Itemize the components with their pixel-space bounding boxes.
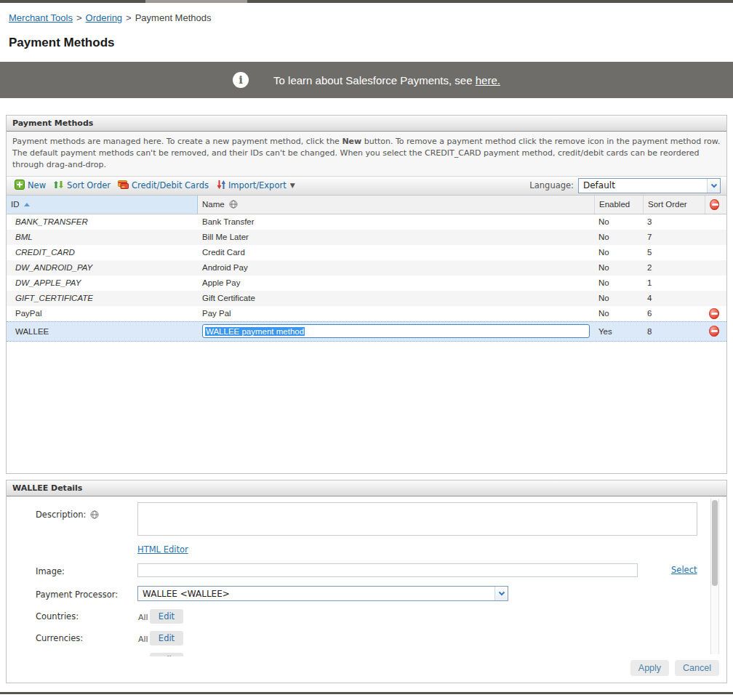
banner-text: To learn about Salesforce Payments, see …: [273, 74, 500, 87]
import-export-caret-icon: ▼: [290, 182, 295, 189]
row-id-cell: WALLEE: [7, 327, 198, 336]
row-enabled-cell: No: [594, 294, 643, 302]
row-sort-order-cell: 6: [643, 309, 705, 318]
row-id-cell: CREDIT_CARD: [7, 248, 198, 257]
row-enabled-cell: No: [594, 233, 643, 241]
breadcrumb-merchant-tools[interactable]: Merchant Tools: [9, 12, 73, 23]
import-export-icon: [216, 180, 225, 192]
row-name-cell: Apple Pay: [198, 278, 594, 287]
image-label: Image:: [36, 566, 65, 576]
row-name-cell: Pay Pal: [198, 309, 594, 318]
table-row[interactable]: BMLBill Me LaterNo7: [7, 230, 726, 245]
credit-card-icon: [118, 180, 129, 191]
remove-icon[interactable]: [709, 326, 719, 337]
breadcrumb-ordering[interactable]: Ordering: [86, 12, 123, 23]
row-id-cell: BANK_TRANSFER: [7, 217, 198, 226]
row-sort-order-cell: 8: [643, 327, 705, 336]
language-label: Language:: [529, 180, 574, 190]
column-header-sort-order-label: Sort Order: [648, 200, 687, 209]
breadcrumb-separator: >: [126, 12, 132, 23]
column-header-name-label: Name: [202, 200, 225, 209]
row-sort-order-cell: 2: [643, 263, 705, 272]
banner-here-link[interactable]: here.: [476, 74, 500, 87]
table-row[interactable]: PayPalPay PalNo6: [7, 306, 726, 321]
table-row[interactable]: CREDIT_CARDCredit CardNo5: [7, 245, 726, 260]
language-select[interactable]: Default: [578, 178, 721, 193]
row-remove-cell: [705, 326, 724, 337]
chevron-down-icon: [707, 179, 720, 193]
apply-button[interactable]: Apply: [630, 660, 669, 676]
html-editor-link[interactable]: HTML Editor: [137, 544, 188, 555]
currencies-edit-button[interactable]: Edit: [150, 631, 183, 645]
table-row[interactable]: GIFT_CERTIFICATEGift CertificateNo4: [7, 291, 726, 306]
details-scrollbar[interactable]: [710, 499, 719, 654]
row-name-cell: Gift Certificate: [198, 294, 594, 302]
credit-debit-cards-button-label: Credit/Debit Cards: [132, 180, 209, 190]
description-part: Payment methods are managed here. To cre…: [12, 137, 342, 146]
globe-icon: [90, 510, 99, 519]
breadcrumb-separator: >: [76, 12, 82, 23]
countries-edit-button[interactable]: Edit: [150, 609, 183, 624]
column-header-name[interactable]: Name: [198, 196, 594, 214]
table-row[interactable]: DW_APPLE_PAYApple PayNo1: [7, 275, 726, 291]
new-button[interactable]: New: [12, 180, 51, 192]
column-header-id[interactable]: ID: [7, 196, 198, 214]
column-header-id-label: ID: [11, 200, 20, 209]
wallee-details-form: Description: HTML Editor Image: Select P…: [7, 496, 726, 656]
remove-all-icon[interactable]: [710, 199, 719, 210]
wallee-details-panel: WALLEE Details Description: HTML Editor …: [6, 480, 727, 683]
image-input[interactable]: [137, 563, 638, 577]
customer-groups-edit-button[interactable]: Edit: [150, 653, 183, 656]
payment-methods-panel-header: Payment Methods: [7, 116, 726, 132]
cancel-button[interactable]: Cancel: [675, 660, 719, 676]
row-sort-order-cell: 4: [643, 294, 705, 302]
row-name-cell: Bill Me Later: [198, 233, 594, 241]
row-sort-order-cell: 5: [643, 248, 705, 257]
details-scrollbar-thumb[interactable]: [712, 500, 718, 586]
row-sort-order-cell: 3: [643, 217, 705, 226]
column-header-remove: [705, 196, 724, 214]
column-header-sort-order[interactable]: Sort Order: [643, 196, 705, 214]
bottom-border-bar: [0, 692, 733, 694]
table-row[interactable]: WALLEEWALLEE payment methodYes8: [7, 321, 726, 342]
row-sort-order-cell: 1: [643, 278, 705, 287]
countries-value: All: [138, 613, 148, 622]
table-row[interactable]: BANK_TRANSFERBank TransferNo3: [7, 214, 726, 230]
sort-order-button[interactable]: Sort Order: [51, 180, 116, 192]
description-label: Description:: [36, 510, 99, 520]
table-row[interactable]: DW_ANDROID_PAYAndroid PayNo2: [7, 260, 726, 275]
image-select-link[interactable]: Select: [671, 565, 697, 575]
import-export-button[interactable]: Import/Export ▼: [214, 180, 300, 192]
import-export-button-label: Import/Export: [228, 180, 287, 190]
payment-processor-value: WALLEE <WALLEE>: [138, 589, 494, 599]
new-icon: [15, 180, 25, 192]
new-button-label: New: [28, 180, 46, 190]
payment-processor-select[interactable]: WALLEE <WALLEE>: [137, 586, 508, 601]
credit-debit-cards-button[interactable]: Credit/Debit Cards: [116, 180, 214, 191]
top-scroll-thumb[interactable]: [145, 0, 247, 3]
row-id-cell: GIFT_CERTIFICATE: [7, 294, 198, 302]
panel-description: Payment methods are managed here. To cre…: [7, 132, 726, 177]
row-id-cell: BML: [7, 233, 198, 241]
payment-processor-label: Payment Processor:: [36, 590, 118, 600]
name-edit-input[interactable]: WALLEE payment method: [202, 324, 590, 338]
language-select-value: Default: [579, 180, 707, 190]
countries-label: Countries:: [36, 611, 79, 621]
row-name-cell: Android Pay: [198, 263, 594, 272]
description-textarea[interactable]: [137, 502, 697, 536]
row-enabled-cell: No: [594, 309, 643, 318]
row-enabled-cell: Yes: [594, 327, 643, 336]
row-enabled-cell: No: [594, 278, 643, 287]
row-id-cell: DW_APPLE_PAY: [7, 278, 198, 287]
row-name-cell: Bank Transfer: [198, 217, 594, 226]
info-icon: i: [233, 72, 249, 88]
row-enabled-cell: No: [594, 263, 643, 272]
row-id-cell: PayPal: [7, 309, 198, 318]
description-label-text: Description:: [36, 510, 86, 520]
column-header-enabled[interactable]: Enabled: [594, 196, 643, 214]
table-header-row: ID Name Enabled Sort Order: [7, 196, 726, 214]
row-id-cell: DW_ANDROID_PAY: [7, 263, 198, 272]
row-name-cell: WALLEE payment method: [198, 324, 594, 338]
remove-icon[interactable]: [709, 308, 719, 319]
sort-order-button-label: Sort Order: [67, 180, 111, 190]
